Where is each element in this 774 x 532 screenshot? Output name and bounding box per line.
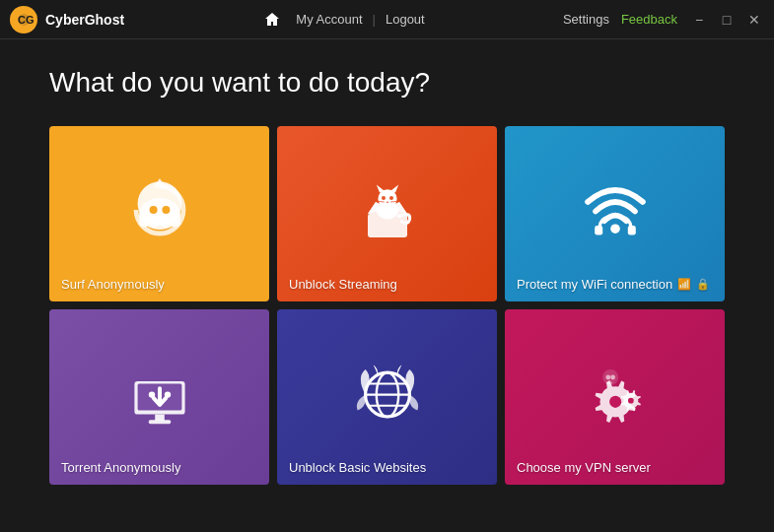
basic-icon <box>348 309 427 477</box>
tile-surf[interactable]: Surf Anonymously <box>49 126 269 301</box>
svg-rect-19 <box>595 226 602 235</box>
svg-text:CG: CG <box>18 14 35 26</box>
svg-point-6 <box>162 206 170 214</box>
tile-server[interactable]: Choose my VPN server <box>505 309 725 485</box>
torrent-icon <box>120 309 199 477</box>
wifi-label: Protect my WiFi connection 📶 🔒 <box>517 277 710 292</box>
server-icon <box>576 309 655 477</box>
svg-point-32 <box>609 396 621 408</box>
minimize-button[interactable]: − <box>689 10 709 30</box>
wifi-small-icon: 📶 <box>677 278 691 291</box>
titlebar-left: CG CyberGhost <box>10 6 124 33</box>
nav-separator: | <box>373 12 376 27</box>
page-title: What do you want to do today? <box>49 67 725 99</box>
svg-point-35 <box>605 375 610 380</box>
restore-button[interactable]: □ <box>717 10 737 30</box>
titlebar-center: My Account | Logout <box>258 10 428 30</box>
logout-button[interactable]: Logout <box>382 10 429 29</box>
close-button[interactable]: ✕ <box>744 10 764 30</box>
feedback-button[interactable]: Feedback <box>621 12 677 27</box>
tile-basic[interactable]: Unblock Basic Websites <box>277 309 497 485</box>
tiles-grid: Surf Anonymously <box>49 126 725 485</box>
svg-point-18 <box>610 224 620 233</box>
svg-point-33 <box>627 398 633 404</box>
svg-point-13 <box>382 196 386 200</box>
basic-label: Unblock Basic Websites <box>289 460 426 475</box>
svg-rect-24 <box>148 420 170 424</box>
svg-marker-11 <box>376 184 384 192</box>
tile-torrent[interactable]: Torrent Anonymously <box>49 309 269 485</box>
tile-wifi[interactable]: Protect my WiFi connection 📶 🔒 <box>505 126 725 301</box>
svg-rect-20 <box>627 226 635 235</box>
logo-icon: CG <box>10 6 37 33</box>
torrent-label: Torrent Anonymously <box>61 460 180 475</box>
svg-point-26 <box>164 391 170 397</box>
svg-point-14 <box>389 196 393 200</box>
streaming-label: Unblock Streaming <box>289 277 397 292</box>
logo-text: CyberGhost <box>45 12 124 28</box>
svg-point-36 <box>610 375 615 380</box>
svg-rect-23 <box>155 415 165 421</box>
svg-point-5 <box>149 206 157 214</box>
window-controls: − □ ✕ <box>689 10 764 30</box>
surf-icon <box>120 126 199 294</box>
streaming-icon <box>348 126 427 294</box>
home-button[interactable] <box>258 10 286 30</box>
svg-marker-12 <box>390 184 398 192</box>
svg-point-10 <box>378 189 396 208</box>
main-content: What do you want to do today? <box>0 39 774 504</box>
tile-streaming[interactable]: Unblock Streaming <box>277 126 497 301</box>
surf-label: Surf Anonymously <box>61 277 165 292</box>
svg-point-25 <box>148 391 154 397</box>
settings-button[interactable]: Settings <box>563 12 609 27</box>
lock-small-icon: 🔒 <box>696 278 710 291</box>
my-account-button[interactable]: My Account <box>292 10 366 29</box>
titlebar-right: Settings Feedback − □ ✕ <box>563 10 764 30</box>
titlebar: CG CyberGhost My Account | Logout Settin… <box>0 0 774 39</box>
wifi-icon <box>576 126 655 294</box>
server-label: Choose my VPN server <box>517 460 651 475</box>
